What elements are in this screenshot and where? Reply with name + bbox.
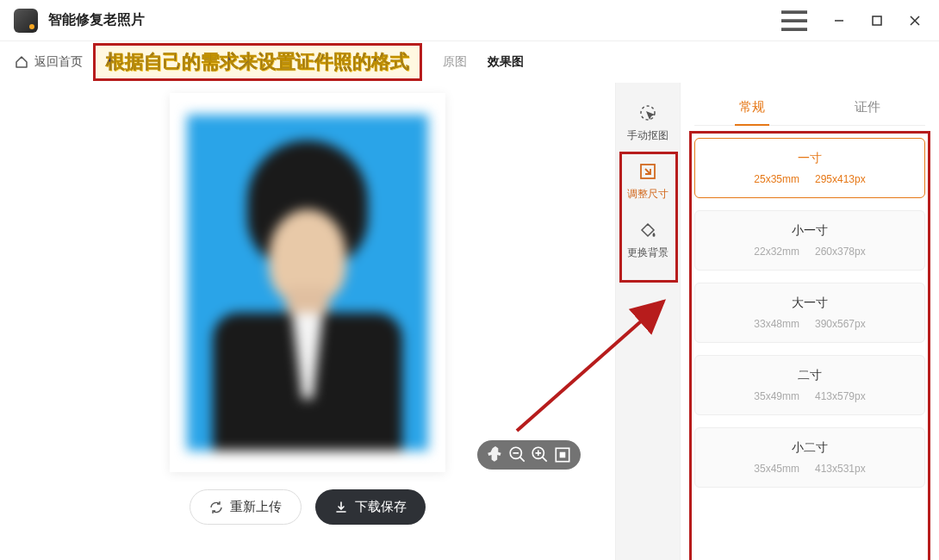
size-card-3[interactable]: 二寸35x49mm413x579px [694,355,925,415]
size-name: 大一寸 [702,296,917,311]
app-title: 智能修复老照片 [48,11,145,29]
size-dims: 22x32mm260x378px [702,246,917,258]
toolbar: 返回首页 根据自己的需求来设置证件照的格式 原图 效果图 [0,41,939,83]
annotation-banner: 根据自己的需求来设置证件照的格式 [93,43,422,81]
id-photo-preview [187,115,428,451]
home-icon [14,54,29,70]
maximize-button[interactable] [860,7,894,34]
bottom-actions: 重新上传 下载保存 [190,489,426,525]
tab-original[interactable]: 原图 [443,54,467,70]
size-name: 一寸 [702,151,917,166]
size-mm: 33x48mm [754,318,799,330]
fit-screen-icon[interactable] [553,445,572,464]
size-mm: 35x49mm [754,390,799,402]
size-card-0[interactable]: 一寸25x35mm295x413px [694,138,925,198]
size-mm: 25x35mm [754,173,799,185]
size-dims: 35x49mm413x579px [702,390,917,402]
refresh-icon [209,501,223,514]
size-card-4[interactable]: 小二寸35x45mm413x531px [694,427,925,488]
photo-frame [170,93,445,472]
cursor-dashed-icon [637,103,658,123]
svg-rect-4 [560,452,566,458]
zoom-out-icon[interactable] [508,445,527,464]
tab-result[interactable]: 效果图 [488,54,524,70]
preview-area: 重新上传 下载保存 [0,83,615,560]
save-label: 下载保存 [355,499,407,515]
size-dims: 33x48mm390x567px [702,318,917,330]
zoom-in-icon[interactable] [531,445,550,464]
size-px: 413x531px [815,463,866,475]
size-px: 295x413px [815,173,866,185]
svg-rect-0 [873,16,881,25]
size-px: 413x579px [815,390,866,402]
back-home-button[interactable]: 返回首页 [14,54,83,70]
back-label: 返回首页 [34,54,83,70]
panel-tab-idcard[interactable]: 证件 [810,90,925,125]
tool-manual-cutout[interactable]: 手动抠图 [620,93,675,152]
size-dims: 25x35mm295x413px [702,173,917,185]
minimize-button[interactable] [822,7,856,34]
panel-tab-regular[interactable]: 常规 [694,90,810,125]
size-dims: 35x45mm413x531px [702,463,917,475]
download-icon [334,501,348,514]
close-button[interactable] [898,7,932,34]
size-name: 小一寸 [702,223,917,239]
reupload-button[interactable]: 重新上传 [190,489,302,525]
size-name: 二寸 [702,368,917,383]
size-px: 390x567px [815,318,866,330]
main: 重新上传 下载保存 手动抠图 调整尺寸 更换背景 常规 证件 一寸25x3 [0,83,939,560]
size-list: 一寸25x35mm295x413px小一寸22x32mm260x378px大一寸… [694,138,925,488]
side-panel: 常规 证件 一寸25x35mm295x413px小一寸22x32mm260x37… [681,83,939,560]
panel-tabs: 常规 证件 [694,90,925,126]
pan-icon[interactable] [486,445,505,464]
size-card-2[interactable]: 大一寸33x48mm390x567px [694,283,925,343]
view-tabs: 原图 效果图 [443,54,524,70]
size-mm: 22x32mm [754,246,799,258]
reupload-label: 重新上传 [230,499,282,515]
download-save-button[interactable]: 下载保存 [315,489,426,525]
annotation-tool-highlight [619,152,678,283]
size-name: 小二寸 [702,440,917,456]
size-card-1[interactable]: 小一寸22x32mm260x378px [694,210,925,271]
size-px: 260x378px [815,246,866,258]
tool-strip: 手动抠图 调整尺寸 更换背景 [615,83,681,560]
size-mm: 35x45mm [754,463,799,475]
menu-icon[interactable] [777,7,812,34]
titlebar: 智能修复老照片 [0,0,939,41]
tool-manual-cutout-label: 手动抠图 [627,128,668,143]
zoom-controls [477,440,581,470]
app-icon [14,9,38,33]
